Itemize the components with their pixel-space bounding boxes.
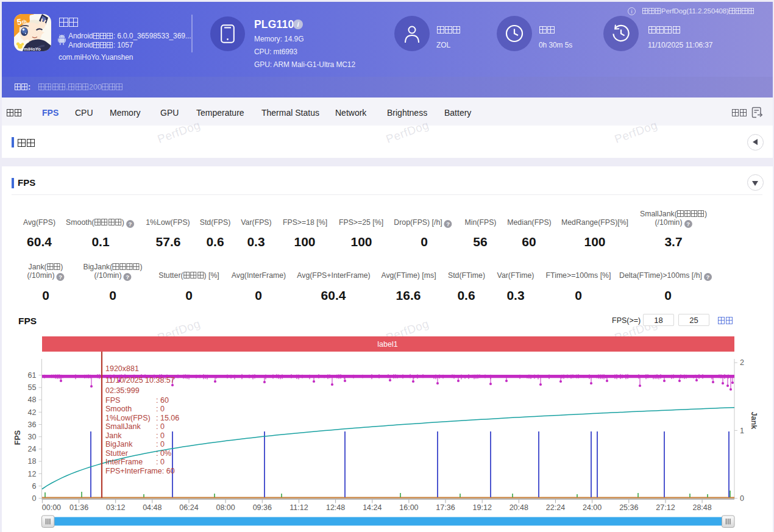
svg-text:BigJank: BigJank xyxy=(105,440,133,449)
svg-text:03:12: 03:12 xyxy=(106,503,125,512)
svg-text:48: 48 xyxy=(28,395,37,404)
svg-text:2: 2 xyxy=(740,358,744,367)
svg-text:label1: label1 xyxy=(377,340,397,349)
svg-text:30: 30 xyxy=(28,433,37,441)
svg-text:24:00: 24:00 xyxy=(583,503,602,512)
svg-text:27:12: 27:12 xyxy=(656,503,675,512)
svg-text:Jank: Jank xyxy=(105,431,122,440)
svg-text:: 15.06: : 15.06 xyxy=(156,414,179,422)
svg-text:: 0: : 0 xyxy=(156,405,165,413)
svg-text:08:00: 08:00 xyxy=(216,503,235,512)
svg-text:55: 55 xyxy=(28,383,37,392)
svg-text:36: 36 xyxy=(28,420,37,429)
svg-text:6: 6 xyxy=(32,482,37,491)
svg-text:0: 0 xyxy=(740,494,744,503)
svg-text:25:36: 25:36 xyxy=(619,503,638,512)
svg-text:17:36: 17:36 xyxy=(436,503,455,512)
svg-text:00:00: 00:00 xyxy=(42,503,61,512)
svg-text:: 0: : 0 xyxy=(156,440,165,449)
svg-text:01:36: 01:36 xyxy=(69,503,88,512)
svg-text:04:48: 04:48 xyxy=(143,503,162,512)
svg-text:11:12: 11:12 xyxy=(289,503,308,512)
svg-text:18: 18 xyxy=(28,457,37,466)
svg-text:24: 24 xyxy=(28,445,37,453)
svg-text:11/10/2025 10:38:57: 11/10/2025 10:38:57 xyxy=(105,376,175,385)
svg-text:FPS+InterFrame: 60: FPS+InterFrame: 60 xyxy=(105,467,175,475)
svg-text:02:35:999: 02:35:999 xyxy=(105,386,140,395)
svg-text:61: 61 xyxy=(28,371,37,380)
svg-text:09:36: 09:36 xyxy=(253,503,272,512)
svg-text:1920x881: 1920x881 xyxy=(105,364,139,373)
svg-text:42: 42 xyxy=(28,408,37,417)
svg-text:: 0: : 0 xyxy=(156,431,165,440)
svg-text:19:12: 19:12 xyxy=(473,503,492,512)
svg-text:22:24: 22:24 xyxy=(546,503,565,512)
svg-text:SmallJank: SmallJank xyxy=(105,422,141,431)
svg-text:: 0: : 0 xyxy=(156,458,165,466)
svg-text:Stutter: Stutter xyxy=(105,449,128,458)
svg-text:1: 1 xyxy=(740,427,744,435)
svg-text:FPS: FPS xyxy=(13,430,22,445)
svg-text:12:48: 12:48 xyxy=(326,503,345,512)
svg-text:16:00: 16:00 xyxy=(399,503,418,512)
svg-text:0: 0 xyxy=(32,494,37,503)
svg-text:Smooth: Smooth xyxy=(105,405,132,413)
svg-text:1%Low(FPS): 1%Low(FPS) xyxy=(105,414,151,422)
svg-text:20:48: 20:48 xyxy=(509,503,528,512)
svg-text:: 0%: : 0% xyxy=(156,449,171,458)
svg-text:FPS: FPS xyxy=(105,396,120,405)
svg-text:14:24: 14:24 xyxy=(363,503,382,512)
svg-text:12: 12 xyxy=(28,470,37,478)
svg-text:28:48: 28:48 xyxy=(692,503,711,512)
svg-text:06:24: 06:24 xyxy=(179,503,198,512)
svg-text:InterFrame: InterFrame xyxy=(105,458,143,466)
svg-text:Jank: Jank xyxy=(750,412,758,430)
svg-text:: 60: : 60 xyxy=(156,396,169,405)
svg-text:: 0: : 0 xyxy=(156,422,165,431)
